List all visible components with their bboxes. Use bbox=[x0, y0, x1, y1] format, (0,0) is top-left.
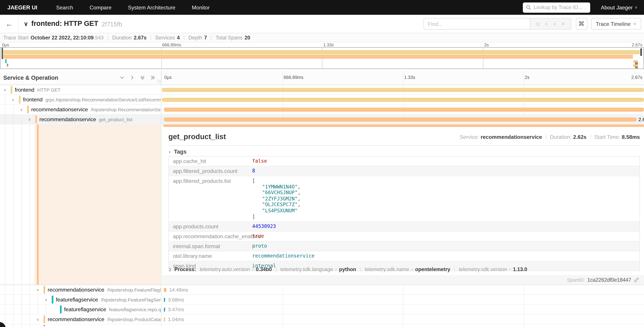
column-resize-grip[interactable] bbox=[158, 80, 160, 84]
back-button[interactable]: ← bbox=[0, 14, 19, 33]
trace-collapse-chevron-icon[interactable]: ∨ bbox=[24, 20, 28, 27]
trace-id-search-input[interactable]: Lookup by Trace ID... bbox=[523, 2, 590, 12]
span-name-cell[interactable]: ∨recommendationservice/hipstershop.Featu… bbox=[0, 285, 161, 294]
meta-label: Depth bbox=[188, 35, 202, 40]
span-timeline-cell[interactable]: 14.49ms bbox=[162, 285, 644, 294]
trace-id: 2f715fb bbox=[102, 20, 122, 27]
span-row[interactable] bbox=[0, 324, 644, 327]
tag-row[interactable]: app.cache_hitfalse bbox=[169, 156, 640, 166]
span-name-cell[interactable]: ∨recommendationservice/hipstershop.Produ… bbox=[0, 314, 161, 324]
focus-target-icon[interactable]: ◎ bbox=[536, 21, 540, 27]
span-id-strip: SpanID: 1ca2262df0e18447 bbox=[162, 275, 644, 284]
span-timeline-cell[interactable] bbox=[162, 85, 644, 94]
next-result-icon[interactable]: ∨ bbox=[553, 21, 556, 27]
app-logo[interactable]: JAEGER UI bbox=[0, 4, 48, 10]
tag-row[interactable]: otel.library.namerecommendationservice bbox=[169, 252, 640, 261]
tag-row[interactable]: app.filtered_products.count8 bbox=[169, 166, 640, 176]
collapse-one-icon[interactable] bbox=[120, 75, 124, 80]
meta-label: Trace Start bbox=[3, 35, 28, 40]
span-toggle-chevron-icon[interactable]: ∨ bbox=[2, 85, 8, 94]
tag-row[interactable]: app.recommendation.cache_enabledtrue bbox=[169, 232, 640, 242]
span-name-cell[interactable]: featureflagservicefeatureflagservice.rep… bbox=[0, 305, 161, 314]
service-operation-header: Service & Operation bbox=[0, 71, 161, 84]
span-toggle-chevron-icon[interactable]: ∨ bbox=[11, 95, 16, 104]
process-key: telemetry.sdk.name bbox=[365, 266, 409, 272]
span-duration-tick bbox=[164, 308, 165, 312]
span-timeline-cell[interactable]: 3.68ms bbox=[162, 295, 644, 304]
about-jaeger-menu[interactable]: About Jaeger ∨ bbox=[601, 4, 638, 10]
indent-guide bbox=[38, 295, 38, 304]
span-name-label: featureflagservicefeatureflagservice.rep… bbox=[64, 305, 162, 314]
span-duration-tick bbox=[164, 288, 166, 292]
grid-line bbox=[282, 285, 283, 294]
process-row[interactable]: ❯ Process: telemetry.auto.version=0.34b0… bbox=[168, 266, 640, 272]
list-item: "2ZYFJ3GM2N", bbox=[252, 196, 637, 202]
equals-sign: = bbox=[252, 267, 254, 272]
meta-separator bbox=[211, 35, 211, 40]
trace-header: ← ∨ frontend: HTTP GET 2f715fb Find... ◎… bbox=[0, 15, 644, 33]
prev-result-icon[interactable]: ∧ bbox=[544, 21, 548, 27]
nav-item-monitor[interactable]: Monitor bbox=[184, 4, 218, 10]
span-row[interactable]: featureflagservicefeatureflagservice.rep… bbox=[0, 305, 644, 314]
tag-row[interactable]: app.products.count44530923 bbox=[169, 222, 640, 232]
span-name-cell[interactable]: ∨recommendationserviceget_product_list bbox=[0, 115, 161, 124]
view-selector-dropdown[interactable]: Trace Timeline ∨ bbox=[591, 18, 641, 30]
span-row[interactable]: ∨frontendgrpc.hipstershop.Recommendation… bbox=[0, 95, 644, 105]
process-value: python bbox=[339, 266, 356, 272]
tick-label: 2s bbox=[484, 42, 489, 47]
tick-label: 1.33s bbox=[323, 42, 334, 47]
span-toggle-chevron-icon[interactable]: ∨ bbox=[44, 295, 48, 304]
span-timeline-cell[interactable] bbox=[162, 95, 644, 104]
find-input[interactable]: Find... bbox=[423, 18, 530, 30]
operation-name: /hipstershop.RecommendationService/Lis..… bbox=[91, 107, 162, 112]
tags-section-toggle[interactable]: ∨ Tags bbox=[168, 149, 186, 155]
keyboard-shortcuts-button[interactable]: ⌘ bbox=[576, 18, 587, 30]
span-timeline-cell[interactable]: 1.04ms bbox=[162, 314, 644, 324]
expand-one-icon[interactable] bbox=[130, 75, 135, 80]
collapse-all-icon[interactable] bbox=[140, 75, 145, 80]
span-timeline-cell[interactable]: 3.47ms bbox=[162, 305, 644, 314]
about-jaeger-label: About Jaeger bbox=[601, 4, 632, 10]
tag-row[interactable]: app.filtered_products.list["1YMWWN1N4O",… bbox=[169, 176, 640, 222]
span-row[interactable]: ∨recommendationservice/hipstershop.Featu… bbox=[0, 285, 644, 295]
service-name: frontend bbox=[23, 96, 43, 103]
tag-row[interactable]: internal.span.formatproto bbox=[169, 242, 640, 252]
span-name-cell[interactable]: ∨featureflagservice/hipstershop.FeatureF… bbox=[0, 295, 161, 304]
service-color-bar bbox=[52, 296, 54, 303]
collapse-controls bbox=[120, 75, 161, 80]
span-name-cell[interactable]: ∨recommendationservice/hipstershop.Recom… bbox=[0, 105, 161, 114]
span-toggle-chevron-icon[interactable]: ∨ bbox=[35, 285, 40, 294]
span-timeline-cell[interactable] bbox=[162, 324, 644, 327]
span-toggle-chevron-icon[interactable]: ∨ bbox=[19, 105, 24, 114]
span-row[interactable]: ∨frontendHTTP GET bbox=[0, 85, 644, 95]
process-separator bbox=[454, 267, 455, 272]
span-toggle-chevron-icon[interactable]: ∨ bbox=[27, 115, 32, 124]
span-timeline-cell[interactable]: 2.62s bbox=[162, 115, 644, 124]
span-toggle-chevron-icon[interactable]: ∨ bbox=[35, 314, 40, 324]
minimap-scrubber-left[interactable] bbox=[2, 48, 3, 59]
trace-minimap[interactable] bbox=[0, 47, 644, 69]
minimap-scrubber-right[interactable] bbox=[640, 48, 642, 56]
process-separator bbox=[276, 267, 276, 272]
nav-item-system-architecture[interactable]: System Architecture bbox=[120, 4, 184, 10]
expand-all-icon[interactable] bbox=[150, 75, 155, 80]
tick-label: 2.67s bbox=[631, 75, 642, 80]
span-row[interactable]: ∨recommendationserviceget_product_list2.… bbox=[0, 115, 644, 124]
span-row[interactable]: ∨featureflagservice/hipstershop.FeatureF… bbox=[0, 295, 644, 305]
nav-right: Lookup by Trace ID... About Jaeger ∨ bbox=[523, 2, 644, 12]
nav-item-compare[interactable]: Compare bbox=[81, 4, 120, 10]
nav-item-search[interactable]: Search bbox=[48, 4, 82, 10]
span-timeline-cell[interactable] bbox=[162, 105, 644, 114]
indent-guide bbox=[21, 115, 22, 124]
span-row[interactable]: ∨recommendationservice/hipstershop.Produ… bbox=[0, 314, 644, 324]
span-name-cell[interactable]: ∨frontendHTTP GET bbox=[0, 85, 161, 94]
deep-link-icon[interactable] bbox=[634, 277, 639, 282]
clear-find-icon[interactable]: ✕ bbox=[561, 21, 565, 27]
grid-line bbox=[282, 314, 283, 324]
span-name-label: recommendationservice/hipstershop.Recomm… bbox=[31, 105, 162, 114]
span-name-cell[interactable] bbox=[0, 324, 161, 327]
span-row[interactable]: ∨recommendationservice/hipstershop.Recom… bbox=[0, 105, 644, 115]
detail-meta-label: Start Time: bbox=[594, 134, 620, 140]
span-name-cell[interactable]: ∨frontendgrpc.hipstershop.Recommendation… bbox=[0, 95, 161, 104]
service-name: featureflagservice bbox=[64, 306, 106, 312]
